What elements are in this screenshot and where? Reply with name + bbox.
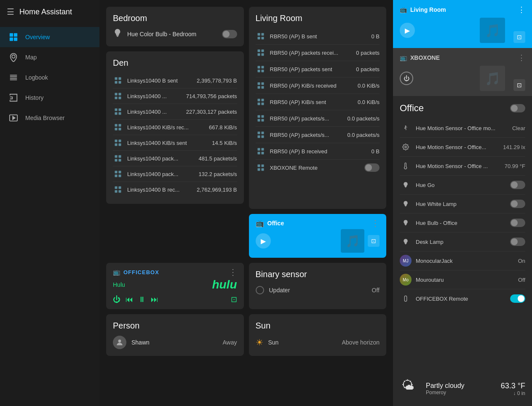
office-toggle-desk-lamp[interactable] <box>510 238 525 246</box>
svg-rect-76 <box>119 175 121 177</box>
sun-name: Sun <box>268 339 337 346</box>
svg-rect-14 <box>261 33 264 36</box>
network-icon <box>256 31 266 41</box>
svg-rect-43 <box>257 152 260 155</box>
network-icon <box>113 138 123 148</box>
svg-rect-73 <box>115 171 118 174</box>
den-item-value: 2,762,969,193 B <box>197 187 237 193</box>
svg-rect-36 <box>261 119 264 122</box>
sidebar-item-media-browser[interactable]: Media Browser <box>0 108 99 128</box>
lr-item-name: RBR50 (AP) B sent <box>270 33 367 40</box>
xboxone-remote-toggle[interactable] <box>364 163 380 172</box>
den-row-item: Linksys10400 B sent 2,395,778,793 B <box>113 73 237 88</box>
office-section-title: Office <box>400 103 510 114</box>
bedroom-title: Bedroom <box>113 13 237 23</box>
svg-rect-74 <box>119 171 121 174</box>
living-room-rows: RBR50 (AP) B sent 0 B RBR50 (AP) packets… <box>256 28 380 176</box>
office-row-item: Hue Motion Sensor - Office... 141.29 lx <box>400 138 525 157</box>
xboxone-media-card: 📺 XBOXONE ⋮ ⏻ 🎵 ⊡ <box>393 48 532 96</box>
office-browse-button[interactable]: ⊡ <box>368 235 380 247</box>
person-status: Away <box>223 339 237 346</box>
officebox-prev-button[interactable]: ⏮ <box>126 295 133 304</box>
office-media-more[interactable]: ⋮ <box>371 219 380 227</box>
living-room-row-item: RBR50 (AP) packets/s... 0.0 packets/s <box>256 127 380 143</box>
svg-rect-18 <box>261 50 264 52</box>
officebox-pause-button[interactable]: ⏸ <box>138 295 146 304</box>
svg-rect-58 <box>119 109 121 111</box>
xboxone-power-button[interactable]: ⏻ <box>400 72 413 85</box>
svg-rect-62 <box>119 124 121 127</box>
svg-rect-41 <box>257 148 260 151</box>
svg-rect-70 <box>119 155 121 158</box>
xboxone-more[interactable]: ⋮ <box>518 53 525 62</box>
svg-rect-25 <box>257 83 260 85</box>
bs-circle-icon <box>256 286 264 294</box>
network-icon <box>256 80 266 91</box>
xboxone-browse-button[interactable]: ⊡ <box>513 79 525 91</box>
office-play-button[interactable]: ▶ <box>256 233 271 248</box>
svg-rect-75 <box>115 175 118 177</box>
office-main-toggle[interactable] <box>510 104 525 112</box>
sidebar-nav: Overview Map Logbook History Media Brows… <box>0 24 99 128</box>
office-toggle-officebox-remote[interactable] <box>510 294 525 303</box>
weather-precipitation: ↓ 0 in <box>501 390 525 396</box>
svg-rect-92 <box>404 296 406 301</box>
lr-item-name: RBR50 (AP) KiB/s received <box>270 83 353 89</box>
menu-icon[interactable]: ☰ <box>7 7 14 17</box>
sidebar-item-logbook[interactable]: Logbook <box>0 67 99 88</box>
svg-rect-53 <box>115 93 118 96</box>
svg-rect-71 <box>115 159 118 162</box>
office-section: Office Hue Motion Sensor - Office mo... … <box>393 96 532 371</box>
office-toggle-hue-go[interactable] <box>510 181 525 189</box>
officebox-power-button[interactable]: ⏻ <box>113 295 120 304</box>
person-name: Shawn <box>131 339 218 346</box>
svg-rect-66 <box>119 140 121 142</box>
main-content: Bedroom Hue Color Bulb - Bedroom Living … <box>99 0 393 406</box>
right-panel: 📺 Living Room ⋮ ▶ 🎵 ⊡ 📺 XBOXONE ⋮ ⏻ 🎵 ⊡ … <box>393 0 532 406</box>
network-icon <box>113 91 123 101</box>
svg-rect-35 <box>257 119 260 122</box>
weather-location: Pomeroy <box>426 390 496 395</box>
map-icon <box>8 52 19 62</box>
den-item-value: 14.5 KiB/s <box>212 140 237 146</box>
bedroom-card: Bedroom Hue Color Bulb - Bedroom <box>106 7 244 46</box>
svg-rect-72 <box>119 159 121 162</box>
office-toggle-hue-bulb---office[interactable] <box>510 219 525 227</box>
sidebar-label-overview: Overview <box>25 34 50 40</box>
lr-play-button[interactable]: ▶ <box>400 23 415 38</box>
officebox-more[interactable]: ⋮ <box>229 268 237 276</box>
lr-media-name: Living Room <box>410 6 514 13</box>
sun-row: ☀ Sun Above horizon <box>256 336 380 349</box>
sidebar-item-history[interactable]: History <box>0 88 99 108</box>
xboxone-media-art: 🎵 <box>480 66 505 91</box>
network-icon <box>113 75 123 85</box>
office-item-name: Hue Go <box>416 182 506 188</box>
lr-browse-button[interactable]: ⊡ <box>513 31 525 43</box>
lr-item-value: 0.0 KiB/s <box>358 83 380 89</box>
svg-rect-90 <box>405 243 406 244</box>
officebox-next-button[interactable]: ⏭ <box>151 295 158 304</box>
svg-rect-27 <box>257 86 260 89</box>
officebox-source: Hulu <box>113 281 125 288</box>
office-item-name: Hue Motion Sensor - Office... <box>416 144 499 150</box>
officebox-browse-button[interactable]: ⊡ <box>231 295 237 304</box>
sidebar-item-map[interactable]: Map <box>0 47 99 67</box>
svg-rect-42 <box>261 148 264 151</box>
bedroom-toggle[interactable] <box>222 30 237 38</box>
den-item-name: Linksys10400 pack... <box>127 171 194 177</box>
person-title: Person <box>113 321 237 331</box>
svg-rect-63 <box>115 128 118 131</box>
svg-rect-20 <box>261 53 264 56</box>
cast-icon-lr: 📺 <box>400 6 407 13</box>
network-icon <box>113 169 123 179</box>
network-icon <box>256 163 266 173</box>
gear-icon <box>400 141 412 153</box>
lr-media-more[interactable]: ⋮ <box>518 5 525 14</box>
office-toggle-hue-white-lamp[interactable] <box>510 200 525 208</box>
svg-rect-69 <box>115 155 118 158</box>
office-rows: Hue Motion Sensor - Office mo... Clear H… <box>400 119 525 308</box>
svg-rect-64 <box>119 128 121 131</box>
office-item-name: Desk Lamp <box>416 239 506 245</box>
sidebar-item-overview[interactable]: Overview <box>0 27 99 47</box>
network-icon <box>113 153 123 163</box>
